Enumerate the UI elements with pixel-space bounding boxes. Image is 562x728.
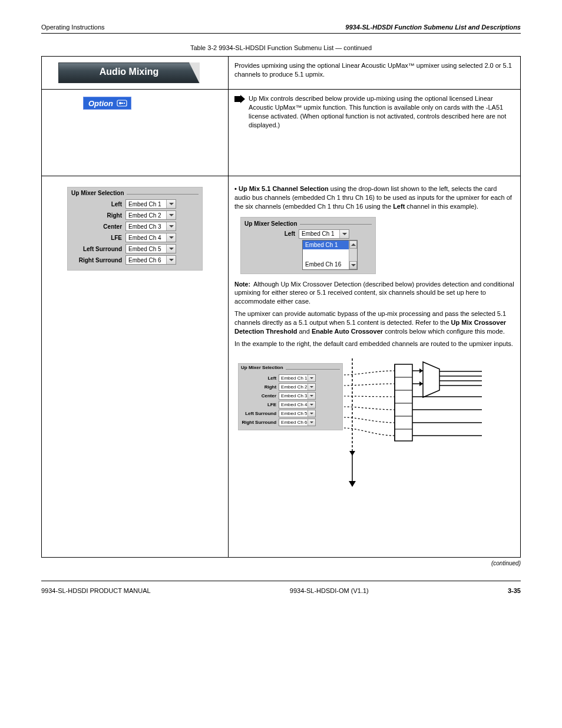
dropdown-field-left: Left Embed Ch 1 [244,229,372,239]
select-ls[interactable]: Embed Ch 5 [125,244,176,253]
svg-marker-27 [349,451,355,456]
upmix-block-diagram [234,358,505,494]
dropdown-listbox[interactable]: Embed Ch 1 Embed Ch 16 [302,240,358,270]
banner-text: Audio Mixing [59,67,199,77]
chevron-down-icon [166,256,176,264]
label-center: Center [71,223,125,230]
dropdown-panel-title: Up Mixer Selection [244,220,299,228]
label-right: Right [71,212,125,219]
dropdown-label-left: Left [244,230,299,238]
header-left: Operating Instructions [41,24,105,31]
select-lfe[interactable]: Embed Ch 4 [125,233,176,242]
select-right[interactable]: Embed Ch 2 [125,210,176,220]
select-left[interactable]: Embed Ch 1 [125,199,176,209]
header-right: 9934-SL-HDSDI Function Submenu List and … [345,24,521,31]
scroll-down-icon[interactable] [349,261,357,269]
note-paragraph: Note: Although Up Mix Crossover Detectio… [234,280,514,307]
label-lfe: LFE [71,235,125,241]
cell-option-badge: Option [42,90,229,176]
cell-banner-desc: Provides upmixing using the optional Lin… [229,57,521,90]
footer-mid: 9934-SL-HDSDI-OM (V1.1) [290,587,369,594]
select-rs[interactable]: Embed Ch 6 [125,255,176,265]
cell-option-text: Up Mix controls described below provide … [229,90,521,176]
audio-mixing-banner: Audio Mixing [58,62,200,83]
field-lfe: LFE Embed Ch 4 [71,233,199,242]
label-ls: Left Surround [71,246,125,252]
page-footer: 9934-SL-HDSDI PRODUCT MANUAL 9934-SL-HDS… [41,587,521,594]
upmixer-panel-title: Up Mixer Selection [71,190,126,196]
svg-marker-14 [419,368,423,373]
crossover-paragraph: The upmixer can provide automatic bypass… [234,309,514,336]
field-rs: Right Surround Embed Ch 6 [71,255,199,265]
svg-marker-28 [349,481,356,487]
chevron-down-icon [166,211,176,219]
option-description: Up Mix controls described below provide … [249,94,514,129]
field-ls: Left Surround Embed Ch 5 [71,244,199,253]
field-right: Right Embed Ch 2 [71,210,199,220]
svg-marker-4 [234,95,245,103]
cell-banner: Audio Mixing [42,57,229,90]
continued-note: (continued) [41,560,521,566]
license-key-icon [117,100,127,107]
footer-rule [41,581,521,581]
chevron-down-icon [339,230,349,238]
svg-rect-3 [124,103,125,104]
svg-point-1 [119,102,121,104]
upmixer-selection-panel: Up Mixer Selection Left Embed Ch 1 Ri [67,187,203,271]
banner-corner-icon [189,62,200,84]
svg-marker-16 [419,381,423,386]
select-center[interactable]: Embed Ch 3 [125,222,176,231]
dropdown-select-left[interactable]: Embed Ch 1 [299,229,349,239]
page: Operating Instructions 9934-SL-HDSDI Fun… [0,0,562,618]
label-rs: Right Surround [71,257,125,263]
svg-marker-12 [423,362,439,397]
upmix-diagram: Up Mixer Selection LeftEmbed Ch 1 RightE… [234,358,514,494]
chevron-down-icon [166,233,176,242]
page-header: Operating Instructions 9934-SL-HDSDI Fun… [41,24,521,31]
chevron-down-icon [166,222,176,230]
table-caption: Table 3-2 9934-SL-HDSDI Function Submenu… [41,44,521,51]
right-arrow-icon [234,95,245,103]
svg-rect-2 [121,103,123,104]
cell-upmixer-panel: Up Mixer Selection Left Embed Ch 1 Ri [42,176,229,558]
footer-right: 3-35 [508,587,521,594]
field-center: Center Embed Ch 3 [71,222,199,231]
option-badge-label: Option [88,99,113,108]
chevron-down-icon [166,245,176,253]
dropdown-scrollbar[interactable] [349,241,357,269]
function-table: Audio Mixing Provides upmixing using the… [41,56,521,558]
label-left: Left [71,201,125,207]
field-left: Left Embed Ch 1 [71,199,199,209]
banner-description: Provides upmixing using the optional Lin… [234,62,512,78]
chevron-down-icon [166,200,176,208]
footer-left: 9934-SL-HDSDI PRODUCT MANUAL [41,587,151,594]
upmixer-dropdown-example: Up Mixer Selection Left Embed Ch 1 Embed… [240,217,376,274]
header-rule [41,33,521,34]
diagram-panel-title: Up Mixer Selection [241,365,286,371]
bullet-upmix-selection: • Up Mix 5.1 Channel Selection using the… [234,185,514,211]
option-badge: Option [83,97,131,110]
scroll-up-icon[interactable] [349,241,357,249]
cell-upmixer-desc: • Up Mix 5.1 Channel Selection using the… [229,176,521,558]
example-paragraph: In the example to the right, the default… [234,340,514,348]
